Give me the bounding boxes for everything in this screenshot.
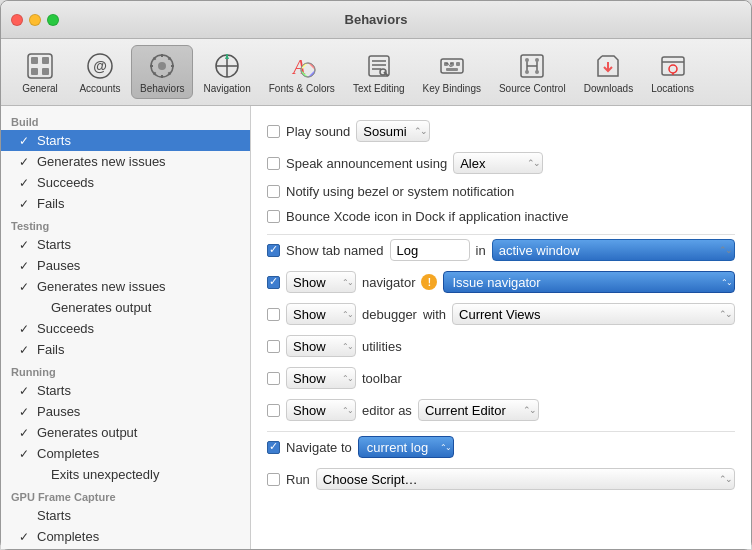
show-debugger-select[interactable]: Show Hide <box>286 303 356 325</box>
close-button[interactable] <box>11 14 23 26</box>
toolbar-item-behaviors[interactable]: Behaviors <box>131 45 193 99</box>
bounce-xcode-checkbox[interactable] <box>267 210 280 223</box>
show-tab-label: Show tab named <box>286 243 384 258</box>
sidebar-item-label: Completes <box>37 446 99 461</box>
toolbar-label: toolbar <box>362 371 402 386</box>
minimize-button[interactable] <box>29 14 41 26</box>
toolbar-label-navigation: Navigation <box>203 83 250 94</box>
toolbar-item-general[interactable]: General <box>11 46 69 98</box>
run-script-select[interactable]: Choose Script… <box>316 468 735 490</box>
sidebar-item-build-starts[interactable]: ✓ Starts <box>1 130 250 151</box>
toolbar-label-source-control: Source Control <box>499 83 566 94</box>
svg-rect-34 <box>456 62 460 66</box>
navigate-to-checkbox[interactable] <box>267 441 280 454</box>
issue-navigator-select[interactable]: Issue navigator Debug navigator Log navi… <box>443 271 735 293</box>
main-content: Build ✓ Starts ✓ Generates new issues ✓ … <box>1 106 751 549</box>
svg-rect-3 <box>31 68 38 75</box>
check-icon: ✓ <box>19 197 33 211</box>
show-navigator-checkbox[interactable] <box>267 276 280 289</box>
show-editor-checkbox[interactable] <box>267 404 280 417</box>
toolbar-item-source-control[interactable]: Source Control <box>491 46 574 98</box>
show-toolbar-row: Show Hide toolbar <box>267 367 735 389</box>
toolbar-item-text-editing[interactable]: Text Editing <box>345 46 413 98</box>
show-navigator-select[interactable]: Show Hide <box>286 271 356 293</box>
show-tab-checkbox[interactable] <box>267 244 280 257</box>
tab-name-input[interactable] <box>390 239 470 261</box>
with-label: with <box>423 307 446 322</box>
editor-select[interactable]: Current Editor Standard Editor Assistant… <box>418 399 539 421</box>
window-select[interactable]: active window new window separate tab <box>492 239 735 261</box>
play-sound-row: Play sound Sosumi Basso Blow Bottle <box>267 120 735 142</box>
sidebar-item-label: Generates new issues <box>37 279 166 294</box>
toolbar-item-locations[interactable]: Locations <box>643 46 702 98</box>
run-script-wrapper: Choose Script… <box>316 468 735 490</box>
show-debugger-checkbox[interactable] <box>267 308 280 321</box>
check-icon: ✓ <box>19 155 33 169</box>
speak-announcement-checkbox[interactable] <box>267 157 280 170</box>
speak-select[interactable]: Alex Samantha Victoria <box>453 152 543 174</box>
notify-bezel-row: Notify using bezel or system notificatio… <box>267 184 735 199</box>
speak-select-wrapper: Alex Samantha Victoria <box>453 152 543 174</box>
traffic-lights <box>1 14 59 26</box>
check-icon: ✓ <box>19 259 33 273</box>
sidebar-item-label: Starts <box>37 237 71 252</box>
sidebar-item-testing-generates[interactable]: ✓ Generates new issues <box>1 276 250 297</box>
toolbar-item-key-bindings[interactable]: ⌥ Key Bindings <box>415 46 489 98</box>
sidebar-item-testing-pauses[interactable]: ✓ Pauses <box>1 255 250 276</box>
maximize-button[interactable] <box>47 14 59 26</box>
toolbar-item-navigation[interactable]: Navigation <box>195 46 258 98</box>
views-select-wrapper: Current Views Variables & Console Consol… <box>452 303 735 325</box>
sidebar-item-build-generates[interactable]: ✓ Generates new issues <box>1 151 250 172</box>
sidebar-item-label: Starts <box>37 508 71 523</box>
speak-announcement-label: Speak announcement using <box>286 156 447 171</box>
sidebar-item-label: Starts <box>37 383 71 398</box>
sidebar-item-label: Fails <box>37 342 64 357</box>
navigate-to-row: Navigate to current log debugger test re… <box>267 436 735 458</box>
svg-point-43 <box>535 58 539 62</box>
divider-2 <box>267 431 735 432</box>
check-icon: ✓ <box>19 238 33 252</box>
toolbar-label-downloads: Downloads <box>584 83 633 94</box>
show-utilities-select[interactable]: Show Hide <box>286 335 356 357</box>
toolbar-item-fonts-colors[interactable]: A Fonts & Colors <box>261 46 343 98</box>
sidebar-item-testing-succeeds[interactable]: ✓ Succeeds <box>1 318 250 339</box>
check-icon: ✓ <box>19 384 33 398</box>
show-editor-select[interactable]: Show Hide <box>286 399 356 421</box>
check-icon: ✓ <box>19 426 33 440</box>
sidebar-item-testing-starts[interactable]: ✓ Starts <box>1 234 250 255</box>
svg-text:@: @ <box>93 58 107 74</box>
sidebar-item-running-completes[interactable]: ✓ Completes <box>1 443 250 464</box>
sidebar-item-testing-output[interactable]: Generates output <box>1 297 250 318</box>
sidebar-item-build-fails[interactable]: ✓ Fails <box>1 193 250 214</box>
sidebar-item-gpu-completes[interactable]: ✓ Completes <box>1 526 250 547</box>
toolbar-item-downloads[interactable]: Downloads <box>576 46 641 98</box>
sidebar-item-running-starts[interactable]: ✓ Starts <box>1 380 250 401</box>
sidebar-item-testing-fails[interactable]: ✓ Fails <box>1 339 250 360</box>
locations-icon <box>657 50 689 82</box>
main-window: Behaviors General @ Acc <box>0 0 752 550</box>
svg-rect-4 <box>42 68 49 75</box>
sidebar-item-running-pauses[interactable]: ✓ Pauses <box>1 401 250 422</box>
sidebar-item-build-succeeds[interactable]: ✓ Succeeds <box>1 172 250 193</box>
toolbar-item-accounts[interactable]: @ Accounts <box>71 46 129 98</box>
sidebar-list: Build ✓ Starts ✓ Generates new issues ✓ … <box>1 106 250 549</box>
svg-point-8 <box>158 62 166 70</box>
show-toolbar-select[interactable]: Show Hide <box>286 367 356 389</box>
window-title: Behaviors <box>345 12 408 27</box>
speak-announcement-row: Speak announcement using Alex Samantha V… <box>267 152 735 174</box>
run-checkbox[interactable] <box>267 473 280 486</box>
show-toolbar-checkbox[interactable] <box>267 372 280 385</box>
notify-bezel-checkbox[interactable] <box>267 185 280 198</box>
toolbar: General @ Accounts <box>1 39 751 106</box>
navigate-to-select[interactable]: current log debugger test report <box>358 436 454 458</box>
show-utilities-checkbox[interactable] <box>267 340 280 353</box>
text-editing-icon <box>363 50 395 82</box>
sidebar-item-running-exits[interactable]: Exits unexpectedly <box>1 464 250 485</box>
sidebar-item-label: Generates output <box>51 300 151 315</box>
play-sound-select[interactable]: Sosumi Basso Blow Bottle <box>356 120 430 142</box>
play-sound-checkbox[interactable] <box>267 125 280 138</box>
divider-1 <box>267 234 735 235</box>
sidebar-item-gpu-starts[interactable]: Starts <box>1 505 250 526</box>
sidebar-item-running-output[interactable]: ✓ Generates output <box>1 422 250 443</box>
views-select[interactable]: Current Views Variables & Console Consol… <box>452 303 735 325</box>
